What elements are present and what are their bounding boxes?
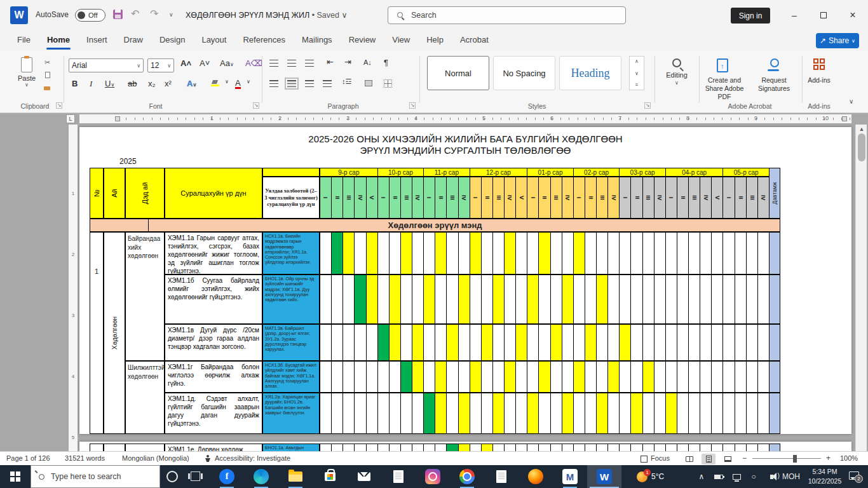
tab-help[interactable]: Help — [418, 30, 452, 51]
taskbar-app-instagram[interactable] — [416, 465, 450, 488]
tab-acrobat[interactable]: Acrobat — [452, 30, 497, 51]
page-2[interactable]: ХЭМ1.1е. Дөрвөн хөллөжБНО1.1а. Амьтдын х… — [79, 442, 851, 451]
change-case-button[interactable]: Aa∨ — [220, 58, 234, 68]
search-input[interactable]: Search — [388, 6, 626, 24]
taskbar-app-gmail[interactable]: M — [553, 465, 587, 488]
taskbar-app-chrome[interactable] — [450, 465, 484, 488]
numbering-button[interactable] — [287, 60, 296, 67]
justify-button[interactable] — [323, 80, 332, 87]
vertical-ruler[interactable]: 12345 — [69, 125, 78, 451]
taskbar-app-facebook[interactable]: f — [210, 465, 244, 488]
focus-button[interactable]: Focus — [651, 454, 670, 462]
share-button[interactable]: ↗Share∨ — [816, 33, 859, 48]
format-painter-button[interactable] — [44, 86, 50, 90]
autosave-toggle[interactable]: Off — [75, 9, 105, 22]
add-ins-icon[interactable] — [813, 58, 825, 70]
decrease-indent-button[interactable]: ⇤ — [327, 57, 334, 67]
save-icon[interactable] — [113, 10, 123, 19]
italic-button[interactable]: I — [90, 79, 92, 89]
zoom-in-button[interactable]: + — [826, 454, 831, 463]
maximize-button[interactable] — [810, 0, 837, 30]
create-pdf-icon[interactable] — [717, 58, 728, 72]
tab-references[interactable]: References — [234, 30, 293, 51]
paragraph-dialog-launcher[interactable]: ↘ — [409, 102, 416, 109]
paste-button[interactable]: Paste ∨ — [15, 57, 38, 88]
right-indent-marker[interactable] — [842, 116, 847, 121]
style-card-no-spacing[interactable]: No Spacing — [493, 56, 555, 90]
style-gallery-scroll[interactable]: ∧∨≡ — [629, 56, 644, 90]
volume-icon[interactable] — [764, 465, 779, 488]
line-spacing-button[interactable]: ↕☲ — [342, 78, 351, 86]
undo-icon[interactable]: ↶ — [131, 8, 139, 20]
borders-button[interactable] — [384, 79, 392, 88]
page-1[interactable]: 2025-2026 ОНЫ ХИЧЭЭЛИЙН ЖИЛИЙН БАГА БҮЛГ… — [79, 127, 851, 434]
tab-selector[interactable]: L — [66, 114, 75, 123]
cortana-icon[interactable] — [166, 471, 178, 482]
tab-home[interactable]: Home — [39, 30, 78, 51]
taskbar-app-store[interactable] — [313, 465, 347, 488]
tab-view[interactable]: View — [384, 30, 418, 51]
cut-button[interactable]: ✂ — [44, 58, 50, 67]
weather-widget[interactable]: 1 5°C — [633, 465, 668, 488]
styles-dialog-launcher[interactable]: ↘ — [644, 102, 651, 109]
tab-insert[interactable]: Insert — [78, 30, 116, 51]
style-card-normal[interactable]: Normal — [427, 56, 489, 90]
taskbar-app-document[interactable] — [381, 465, 416, 488]
clear-formatting-button[interactable]: A⌫ — [245, 58, 262, 68]
print-layout-button[interactable] — [702, 454, 715, 464]
font-dialog-launcher[interactable]: ↘ — [253, 102, 259, 109]
horizontal-ruler[interactable]: 12345678910 — [79, 114, 851, 123]
shading-button[interactable] — [365, 79, 372, 88]
increase-indent-button[interactable]: ⇥ — [344, 57, 351, 67]
accessibility-status[interactable]: Accessibility: Investigate — [215, 454, 290, 462]
align-left-button[interactable] — [269, 80, 278, 87]
style-card-heading[interactable]: Heading — [559, 56, 621, 90]
tab-layout[interactable]: Layout — [193, 30, 234, 51]
font-size-combo[interactable]: 12∨ — [147, 58, 174, 72]
notification-center-icon[interactable]: 2 — [849, 471, 859, 480]
add-ins-button[interactable]: Add-ins — [804, 76, 834, 85]
collapse-ribbon-icon[interactable]: ∨ — [849, 98, 853, 105]
left-indent-marker[interactable] — [115, 116, 120, 121]
zoom-slider-thumb[interactable] — [793, 455, 797, 463]
vertical-scrollbar[interactable]: ▲ — [855, 125, 867, 451]
highlight-button[interactable] — [211, 80, 220, 86]
font-color-button[interactable]: A — [235, 79, 241, 89]
word-count[interactable]: 31521 words — [65, 454, 105, 462]
bullets-button[interactable] — [269, 60, 278, 67]
clipboard-dialog-launcher[interactable]: ↘ — [56, 102, 62, 109]
taskbar-app-document2[interactable] — [484, 465, 519, 488]
tab-file[interactable]: File — [9, 30, 39, 51]
tab-mailings[interactable]: Mailings — [294, 30, 341, 51]
strikethrough-button[interactable]: ab — [128, 79, 137, 88]
scroll-up-icon[interactable]: ▲ — [856, 126, 867, 132]
close-button[interactable]: × — [839, 0, 867, 30]
subscript-button[interactable]: x₂ — [148, 79, 156, 88]
request-signatures-button[interactable]: Request Signatures — [750, 76, 798, 93]
zoom-out-button[interactable]: − — [742, 454, 747, 463]
taskbar-app-mail[interactable] — [347, 465, 381, 488]
taskbar-app-firefox[interactable] — [519, 465, 553, 488]
zoom-slider[interactable] — [752, 458, 821, 459]
bold-button[interactable]: B — [72, 79, 78, 88]
taskbar-search-input[interactable]: Type here to search — [31, 465, 160, 488]
scrollbar-thumb[interactable] — [858, 133, 865, 161]
clock[interactable]: 5:34 PM 10/22/2025 — [802, 467, 848, 485]
battery-icon[interactable] — [712, 465, 726, 488]
copy-button[interactable] — [45, 72, 50, 78]
tray-chevron-icon[interactable]: ∧ — [695, 465, 708, 488]
superscript-button[interactable]: x² — [165, 79, 172, 88]
font-name-combo[interactable]: Arial∨ — [69, 58, 144, 72]
read-mode-button[interactable] — [682, 454, 696, 464]
network-icon[interactable] — [729, 465, 743, 488]
underline-button[interactable]: U∨ — [105, 79, 114, 88]
sign-in-button[interactable]: Sign in — [731, 8, 770, 24]
redo-icon[interactable]: ↷ — [150, 8, 158, 20]
taskbar-app-word[interactable]: W — [587, 465, 621, 488]
font-color-chevron-icon[interactable]: ∨ — [247, 79, 250, 85]
taskbar-app-file-explorer[interactable] — [278, 465, 313, 488]
text-effects-button[interactable]: A∨ — [187, 79, 196, 88]
document-title[interactable]: ХӨДӨЛГӨӨН ЭРҮҮЛ МЭНД ЖИЛ • Saved ∨ — [186, 10, 348, 20]
input-language[interactable]: МОН — [782, 465, 801, 488]
request-signatures-icon[interactable] — [768, 58, 780, 72]
